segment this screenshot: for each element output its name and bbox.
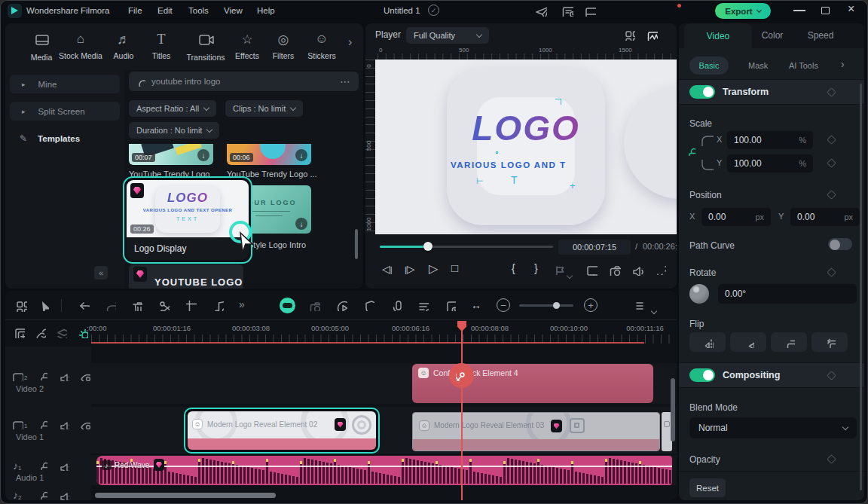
speed-icon[interactable]: [335, 299, 347, 311]
menu-edit[interactable]: Edit: [157, 6, 173, 15]
undo-icon[interactable]: [78, 299, 90, 311]
tab-video[interactable]: Video: [684, 23, 752, 48]
template-card-logo-display[interactable]: LOGO VARIOUS LOGO AND TEXT OPENER TEXT 0…: [123, 176, 252, 264]
scopes-icon[interactable]: [646, 29, 658, 41]
render-preview-icon[interactable]: [444, 299, 456, 311]
next-frame-button[interactable]: |▷: [405, 263, 415, 275]
timeline-v-scrollbar[interactable]: [671, 378, 675, 441]
hide-track-icon[interactable]: [79, 370, 90, 381]
template-thumb-youtube-trendy-1[interactable]: 00:07 ↓: [129, 144, 213, 165]
prev-frame-button[interactable]: ◁|: [382, 263, 393, 275]
tab-stickers[interactable]: ☺ Stickers: [301, 29, 343, 60]
task-board-icon[interactable]: [561, 4, 573, 17]
download-icon[interactable]: ↓: [197, 149, 209, 161]
rotate-cw-button[interactable]: [771, 332, 807, 352]
redo-icon[interactable]: [104, 299, 116, 311]
blend-mode-dropdown[interactable]: Normal: [689, 417, 857, 438]
clip-red-wave[interactable]: ♪ Red Wave: [96, 456, 672, 485]
filter-duration[interactable]: Duration : No limit: [129, 122, 219, 139]
keyframe-icon[interactable]: [827, 135, 836, 145]
tab-transitions[interactable]: Transitions: [180, 29, 231, 62]
track-height-caret-icon[interactable]: [652, 303, 656, 316]
search-bar[interactable]: youtube intro logo ⋯: [129, 72, 359, 91]
lock-track-icon[interactable]: [37, 370, 47, 380]
menu-tools[interactable]: Tools: [188, 6, 209, 15]
marker-caret-icon[interactable]: [567, 267, 572, 281]
clip-modern-logo-dimmed[interactable]: ☺ Modern Logo Reveal Element 03: [412, 412, 660, 451]
sidebar-item-templates[interactable]: ✎ Templates: [10, 129, 120, 148]
select-tool-icon[interactable]: [37, 299, 49, 311]
lock-track-icon[interactable]: [37, 489, 47, 499]
tab-media[interactable]: Media: [22, 29, 61, 62]
template-thumb-partial[interactable]: YOUTUBE LOGO: [129, 264, 243, 289]
playhead-line[interactable]: [461, 321, 463, 500]
zoom-in-icon[interactable]: +: [584, 298, 598, 312]
subtabs-more-chevron-icon[interactable]: ›: [841, 58, 845, 70]
minimize-button[interactable]: [793, 10, 805, 11]
tab-color[interactable]: Color: [750, 30, 795, 41]
scale-x-input[interactable]: 100.00%: [727, 131, 813, 149]
volume-icon[interactable]: [631, 263, 643, 276]
export-button[interactable]: Export: [715, 3, 771, 19]
lock-track-icon[interactable]: [37, 418, 47, 429]
auto-ripple-icon[interactable]: [34, 326, 46, 338]
fullscreen-icon[interactable]: [655, 264, 666, 275]
transform-toggle[interactable]: [689, 85, 715, 99]
add-to-timeline-icon[interactable]: [13, 326, 25, 338]
scale-y-input[interactable]: 100.00%: [727, 154, 813, 173]
tab-titles[interactable]: T Titles: [142, 29, 180, 60]
search-input[interactable]: youtube intro logo: [151, 77, 220, 86]
preview-display-icon[interactable]: [585, 263, 598, 276]
mute-track-icon[interactable]: [58, 370, 69, 381]
tab-effects[interactable]: ☆ Effects: [227, 29, 267, 60]
keyframe-icon[interactable]: [827, 267, 836, 277]
maximize-button[interactable]: [821, 7, 830, 14]
keyframe-icon[interactable]: [827, 190, 836, 200]
keyframe-icon[interactable]: [827, 454, 836, 464]
clip-modern-logo-selected[interactable]: ☺ Modern Logo Reveal Element 02: [184, 408, 380, 454]
record-voiceover-icon[interactable]: [390, 299, 402, 311]
menu-view[interactable]: View: [224, 6, 243, 15]
flip-vertical-button[interactable]: [730, 332, 766, 352]
track-group-icon[interactable]: [55, 326, 67, 338]
fit-timeline-icon[interactable]: ↔: [471, 299, 481, 311]
mark-in-button[interactable]: {: [512, 262, 515, 274]
timeline-zoom-slider[interactable]: [519, 304, 573, 307]
rotate-ccw-button[interactable]: [811, 332, 848, 352]
share-icon[interactable]: [534, 4, 547, 17]
rotate-input[interactable]: 0.00°: [718, 284, 857, 304]
sidebar-item-mine[interactable]: ▸ Mine: [10, 75, 120, 93]
tab-filters[interactable]: ◎ Filters: [264, 29, 302, 60]
menu-file[interactable]: File: [128, 6, 142, 15]
keyframe-icon[interactable]: [827, 158, 836, 168]
audio-mixer-icon[interactable]: [417, 299, 429, 311]
snapshot-icon[interactable]: [608, 263, 621, 276]
properties-scrollbar[interactable]: [860, 84, 862, 490]
download-icon[interactable]: ↓: [295, 218, 307, 230]
split-scissors-icon[interactable]: [157, 299, 170, 311]
tab-audio[interactable]: ♬ Audio: [105, 29, 142, 60]
view-grid-icon[interactable]: [623, 29, 635, 41]
filter-aspect-ratio[interactable]: Aspect Ratio : All: [129, 100, 216, 117]
tab-speed[interactable]: Speed: [798, 30, 843, 41]
compositing-toggle[interactable]: [689, 368, 715, 382]
template-thumb-youtube-trendy-2[interactable]: 00:06 ↓: [227, 144, 311, 165]
beat-detect-icon[interactable]: [212, 299, 224, 311]
stop-button[interactable]: □: [451, 261, 458, 274]
menu-help[interactable]: Help: [257, 6, 275, 15]
close-button[interactable]: ×: [848, 2, 854, 16]
filter-clips[interactable]: Clips : No limit: [225, 100, 303, 117]
position-y-input[interactable]: 0.00px: [790, 208, 860, 226]
tabs-more-chevron-icon[interactable]: ›: [348, 35, 352, 49]
lock-track-icon[interactable]: [37, 460, 47, 470]
delete-icon[interactable]: [130, 299, 142, 311]
subtab-basic[interactable]: Basic: [689, 57, 729, 75]
media-scrollbar[interactable]: [355, 229, 358, 259]
search-more-icon[interactable]: ⋯: [340, 75, 351, 87]
crop-icon[interactable]: [185, 299, 197, 311]
mask-icon[interactable]: [362, 299, 374, 311]
timeline-h-scrollbar[interactable]: [95, 493, 276, 498]
sidebar-item-split-screen[interactable]: ▸ Split Screen: [10, 102, 120, 121]
path-curve-toggle[interactable]: [828, 238, 852, 250]
clip-confetti-pack[interactable]: ☺ Confetti Pack Element 4: [412, 364, 653, 403]
